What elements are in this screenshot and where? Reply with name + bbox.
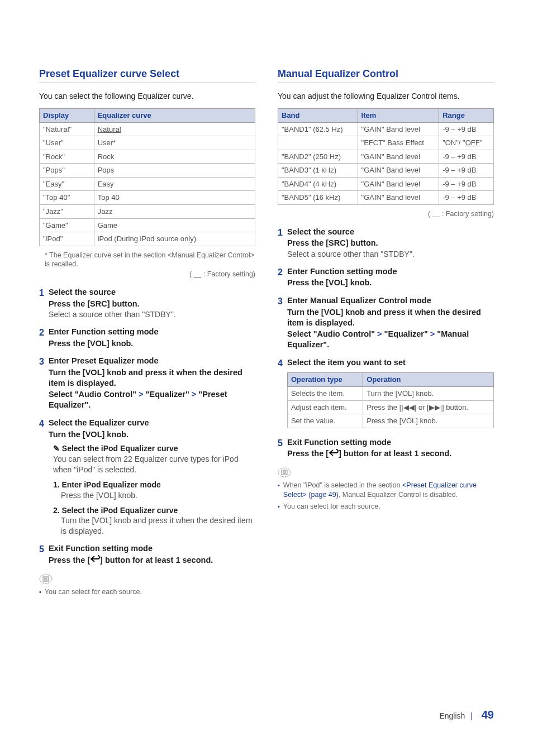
step-head: Select the source: [49, 287, 255, 298]
step-plain: Select a source other than "STDBY".: [49, 309, 255, 320]
th-display: Display: [40, 109, 94, 123]
th-range: Range: [439, 109, 494, 123]
table-cell: "BAND5" (16 kHz): [278, 191, 358, 205]
left-step-4: 4 Select the Equalizer curve Turn the [V…: [39, 418, 255, 537]
table-cell: "BAND1" (62.5 Hz): [278, 122, 358, 136]
step-sub: Press the [] button for at least 1 secon…: [49, 555, 255, 566]
step-sub: Turn the [VOL] knob.: [49, 429, 255, 441]
th-optype: Operation type: [287, 373, 363, 387]
step-sub: Turn the [VOL] knob and press it when th…: [287, 307, 494, 329]
note-line: • When "iPod" is selected in the section…: [278, 481, 494, 500]
table-cell: Rock: [94, 150, 255, 164]
step-number: 4: [39, 418, 44, 537]
table-row: "Game"Game: [40, 218, 255, 232]
table-cell: "GAIN" Band level: [358, 191, 439, 205]
bullet-icon: •: [39, 587, 41, 597]
table-cell: "iPod": [40, 232, 94, 246]
table-cell: "GAIN" Band level: [358, 150, 439, 164]
note-line: • You can select for each source.: [278, 502, 494, 512]
table-cell: "BAND4" (4 kHz): [278, 177, 358, 191]
table-cell: Press the [|◀◀] or [▶▶|] button.: [363, 400, 494, 414]
table-row: "BAND4" (4 kHz)"GAIN" Band level-9 – +9 …: [278, 177, 494, 191]
divider-icon: |: [470, 711, 473, 720]
pencil-subhead: ✎ Select the iPod Equalizer curve: [53, 443, 255, 454]
right-step-4: 4 Select the item you want to set Operat…: [278, 357, 494, 430]
right-step-1: 1 Select the source Press the [SRC] butt…: [278, 227, 494, 260]
table-cell: "Pops": [40, 164, 94, 178]
step-head: Enter Manual Equalizer Control mode: [287, 295, 494, 307]
table-row: "User"User*: [40, 136, 255, 150]
step-select: Select "Audio Control" > "Equalizer" > "…: [49, 389, 255, 411]
bullet-icon: •: [278, 481, 280, 500]
step-number: 5: [39, 543, 44, 566]
table-cell: "Easy": [40, 177, 94, 191]
table-cell: Selects the item.: [287, 386, 363, 400]
step-number: 5: [278, 437, 283, 460]
arrow-icon: >: [430, 329, 435, 338]
step-head: Select the source: [287, 227, 494, 238]
step-plain: Select a source other than "STDBY".: [287, 249, 494, 260]
table-cell: User*: [94, 136, 255, 150]
right-step-2: 2 Enter Function setting mode Press the …: [278, 266, 494, 289]
th-item: Item: [358, 109, 439, 123]
table-cell: "User": [40, 136, 94, 150]
eq-curve-table: Display Equalizer curve "Natural"Natural…: [39, 108, 255, 246]
step-number: 1: [39, 287, 44, 320]
left-section-title: Preset Equalizer curve Select: [39, 67, 255, 83]
step-number: 4: [278, 357, 283, 430]
table-row: "Rock"Rock: [40, 150, 255, 164]
right-intro: You can adjust the following Equalizer C…: [278, 91, 494, 102]
left-step-5: 5 Exit Function setting mode Press the […: [39, 543, 255, 566]
table-row: "BAND5" (16 kHz)"GAIN" Band level-9 – +9…: [278, 191, 494, 205]
table-row: "EFCT" Bass Effect"ON"/ "OFF": [278, 136, 494, 150]
table-cell: -9 – +9 dB: [439, 122, 494, 136]
return-icon: [329, 449, 339, 460]
left-column: Preset Equalizer curve Select You can se…: [39, 67, 255, 599]
th-eqcurve: Equalizer curve: [94, 109, 255, 123]
step-head: Select the item you want to set: [287, 357, 494, 369]
right-column: Manual Equalizer Control You can adjust …: [278, 67, 494, 599]
table-row: "BAND3" (1 kHz)"GAIN" Band level-9 – +9 …: [278, 164, 494, 178]
step-head: Enter Function setting mode: [287, 266, 494, 277]
step-number: 2: [39, 327, 44, 349]
step-number: 2: [278, 266, 283, 289]
pencil-plain: You can select from 22 Equalizer curve t…: [53, 454, 255, 475]
left-step-3: 3 Enter Preset Equalizer mode Turn the […: [39, 356, 255, 411]
page-number: 49: [482, 709, 494, 721]
step-number: 1: [278, 227, 283, 260]
left-step-1: 1 Select the source Press the [SRC] butt…: [39, 287, 255, 320]
th-band: Band: [278, 109, 358, 123]
table-row: "Pops"Pops: [40, 164, 255, 178]
step-head: Enter Function setting mode: [49, 327, 255, 338]
table-cell: "GAIN" Band level: [358, 177, 439, 191]
table-row: "BAND2" (250 Hz)"GAIN" Band level-9 – +9…: [278, 150, 494, 164]
table-cell: "Jazz": [40, 205, 94, 219]
step-number: 3: [39, 356, 44, 411]
table-cell: "GAIN" Band level: [358, 164, 439, 178]
notes-icon: [278, 467, 291, 477]
table-cell: Top 40: [94, 191, 255, 205]
table-cell: "GAIN" Band level: [358, 122, 439, 136]
note-line: • You can select for each source.: [39, 587, 255, 597]
right-section-title: Manual Equalizer Control: [278, 67, 494, 83]
table-cell: Jazz: [94, 205, 255, 219]
table-cell: Natural: [94, 122, 255, 136]
numbered-plain: Press the [VOL] knob.: [61, 490, 255, 501]
step-head: Select the Equalizer curve: [49, 418, 255, 429]
table-row: Set the value.Press the [VOL] knob.: [287, 414, 493, 428]
left-step-2: 2 Enter Function setting mode Press the …: [39, 327, 255, 349]
table-cell: -9 – +9 dB: [439, 164, 494, 178]
return-icon: [90, 555, 100, 566]
numbered-plain: Turn the [VOL] knob and press it when th…: [61, 515, 255, 537]
th-op: Operation: [363, 373, 494, 387]
step-sub: Press the [VOL] knob.: [49, 338, 255, 350]
table-cell: Game: [94, 218, 255, 232]
numbered-head: 2. Select the iPod Equalizer curve: [53, 505, 255, 516]
table-row: Selects the item.Turn the [VOL] knob.: [287, 386, 493, 400]
table-row: "Natural"Natural: [40, 122, 255, 136]
step-head: Exit Function setting mode: [287, 437, 494, 448]
table-row: "Easy"Easy: [40, 177, 255, 191]
table-cell: "BAND3" (1 kHz): [278, 164, 358, 178]
arrow-icon: >: [377, 329, 382, 338]
step-sub: Press the [SRC] button.: [49, 299, 255, 310]
